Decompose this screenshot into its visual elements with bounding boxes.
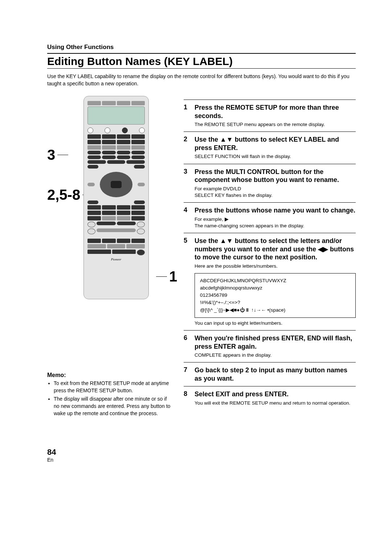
step-desc: The REMOTE SETUP menu appears on the rem…: [195, 121, 356, 128]
step-5: 5 Use the ▲▼ buttons to select the lette…: [184, 237, 356, 327]
step-number: 3: [184, 168, 191, 199]
step-7: 7 Go back to step 2 to input as many but…: [184, 366, 356, 382]
step-1: 1 Press the REMOTE SETUP for more than t…: [184, 104, 356, 128]
remote-body: Pioneer: [83, 96, 149, 299]
page-number: 84: [47, 447, 356, 457]
section-label: Using Other Functions: [47, 44, 356, 51]
rule: [47, 68, 356, 69]
step-desc: You can input up to eight letter/numbers…: [195, 320, 356, 327]
charbox-line: 0123456789: [200, 292, 350, 299]
charbox-line: !#%&'()*+–./:;<=>?: [200, 299, 350, 306]
character-box: ABCDEFGHIJKLMNOPQRSTUVWXYZ abcdefghijklm…: [195, 273, 356, 318]
step-title: When you're finished press ENTER, END wi…: [195, 334, 356, 351]
callout-3: 3: [47, 147, 68, 163]
memo-item: To exit from the REMOTE SETUP mode at an…: [54, 380, 171, 394]
charbox-line: abcdefghijklmnopqrstuvwxyz: [200, 284, 350, 292]
brand-logo: Pioneer: [87, 258, 145, 261]
step-desc: SELECT FUNCTION will flash in the displa…: [195, 153, 356, 160]
step-8: 8 Select EXIT and press ENTER. You will …: [184, 390, 356, 406]
step-title: Select EXIT and press ENTER.: [195, 390, 356, 398]
dpad: [100, 172, 132, 197]
remote-lcd: [87, 106, 145, 125]
step-number: 5: [184, 237, 191, 327]
step-title: Use the ▲▼ buttons to select the letters…: [195, 237, 356, 262]
page-language: En: [47, 457, 356, 463]
page-title: Editing Button Names (KEY LABEL): [47, 55, 356, 68]
step-desc: COMPLETE appears in the display.: [195, 352, 356, 358]
step-title: Press the buttons whose name you want to…: [195, 206, 356, 215]
step-number: 1: [184, 104, 191, 128]
rule: [47, 53, 356, 54]
step-number: 7: [184, 366, 191, 382]
step-number: 2: [184, 135, 191, 160]
step-title: Press the MULTI CONTROL button for the c…: [195, 168, 356, 184]
step-4: 4 Press the buttons whose name you want …: [184, 206, 356, 229]
remote-diagram: 3 2,5-8 1: [47, 96, 171, 299]
step-desc: For example, ▶ The name-changing screen …: [195, 216, 356, 229]
step-desc: Here are the possible letters/numbers.: [195, 263, 356, 270]
step-title: Press the REMOTE SETUP for more than thr…: [195, 104, 356, 120]
step-number: 4: [184, 206, 191, 229]
step-desc: For example DVD/LD SELECT KEY flashes in…: [195, 186, 356, 199]
step-desc: You will exit the REMOTE SETUP menu and …: [195, 400, 356, 406]
memo-list: To exit from the REMOTE SETUP mode at an…: [47, 380, 171, 417]
step-title: Go back to step 2 to input as many butto…: [195, 366, 356, 382]
step-number: 8: [184, 390, 191, 406]
step-title: Use the ▲▼ buttons to select KEY LABEL a…: [195, 135, 356, 152]
step-2: 2 Use the ▲▼ buttons to select KEY LABEL…: [184, 135, 356, 160]
charbox-line: ABCDEFGHIJKLMNOPQRSTUVWXYZ: [200, 277, 350, 284]
charbox-line: @[\]\^ _`{|}~▶◀■●⏻⏸ ↑↓→← •(space): [200, 307, 350, 314]
step-3: 3 Press the MULTI CONTROL button for the…: [184, 168, 356, 199]
callout-1: 1: [156, 268, 177, 285]
step-number: 6: [184, 334, 191, 358]
step-6: 6 When you're finished press ENTER, END …: [184, 334, 356, 358]
memo-title: Memo:: [47, 372, 171, 378]
intro-text: Use the KEY LABEL capability to rename t…: [47, 73, 356, 87]
memo-item: The display will disappear after one min…: [54, 396, 171, 417]
